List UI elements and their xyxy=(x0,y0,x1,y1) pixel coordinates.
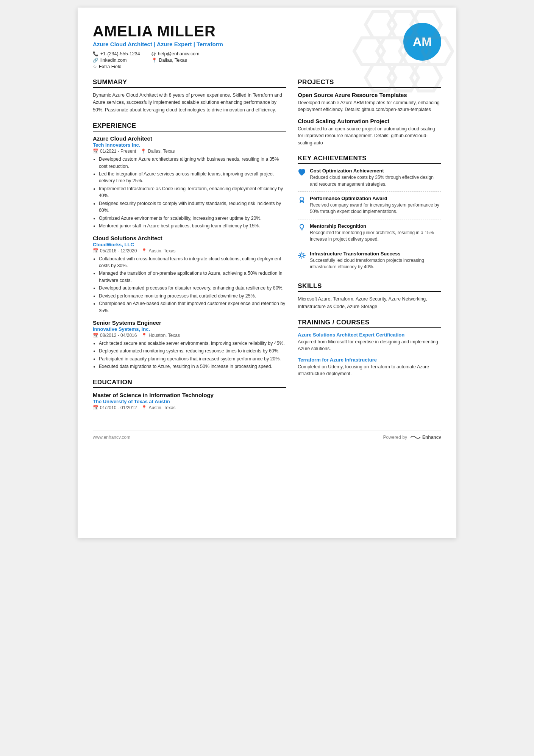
achievement-2-content: Performance Optimization Award Received … xyxy=(310,196,441,215)
linkedin-text: linkedin.com xyxy=(100,58,126,63)
powered-by-text: Powered by xyxy=(383,435,407,440)
project-2-desc: Contributed to an open-source project on… xyxy=(298,125,441,146)
calendar-icon-3: 📅 xyxy=(93,333,98,338)
svg-rect-11 xyxy=(301,229,303,230)
phone-text: +1-(234)-555-1234 xyxy=(100,51,140,56)
achievement-1-title: Cost Optimization Achievement xyxy=(310,168,441,174)
linkedin-icon: 🔗 xyxy=(93,58,98,63)
project-2: Cloud Scaling Automation Project Contrib… xyxy=(298,118,441,146)
footer-website: www.enhancv.com xyxy=(93,435,130,440)
training-1-desc: Acquired from Microsoft for expertise in… xyxy=(298,339,441,352)
experience-title: EXPERIENCE xyxy=(93,122,286,131)
calendar-icon-2: 📅 xyxy=(93,248,98,254)
achievement-4-icon xyxy=(298,251,306,260)
job-3-company: Innovative Systems, Inc. xyxy=(93,326,286,332)
linkedin-item: 🔗 linkedin.com xyxy=(93,58,140,63)
edu-meta: 📅 01/2010 - 01/2012 📍 Austin, Texas xyxy=(93,405,286,410)
project-1-desc: Developed reusable Azure ARM templates f… xyxy=(298,99,441,113)
brand-name: Enhancv xyxy=(422,435,441,440)
projects-title: PROJECTS xyxy=(298,78,441,88)
job-2-bullet-5: Championed an Azure-based solution that … xyxy=(99,300,286,314)
job-1-bullet-4: Designed security protocols to comply wi… xyxy=(99,200,286,214)
training-section: TRAINING / COURSES Azure Solutions Archi… xyxy=(298,319,441,377)
location-icon-1: 📍 xyxy=(141,149,146,154)
job-1: Azure Cloud Architect Tech Innovators In… xyxy=(93,135,286,229)
job-2-location: 📍 Austin, Texas xyxy=(141,248,175,254)
achievement-2: Performance Optimization Award Received … xyxy=(298,196,441,219)
education-title: EDUCATION xyxy=(93,379,286,388)
projects-section: PROJECTS Open Source Azure Resource Temp… xyxy=(298,78,441,146)
achievements-section: KEY ACHIEVEMENTS Cost Optimization Achie… xyxy=(298,155,441,274)
job-3-bullet-1: Architected secure and scalable server e… xyxy=(99,340,286,347)
training-1-title: Azure Solutions Architect Expert Certifi… xyxy=(298,332,441,338)
achievement-3-title: Mentorship Recognition xyxy=(310,223,441,229)
achievement-1-icon xyxy=(298,168,306,177)
training-2: Terraform for Azure Infrastructure Compl… xyxy=(298,357,441,377)
calendar-icon-edu: 📅 xyxy=(93,405,98,410)
summary-title: SUMMARY xyxy=(93,78,286,88)
job-1-bullets: Developed custom Azure architectures ali… xyxy=(93,156,286,229)
email-item: @ help@enhancv.com xyxy=(151,51,200,56)
enhancv-logo: Enhancv xyxy=(410,434,441,440)
header-info: AMELIA MILLER Azure Cloud Architect | Az… xyxy=(93,23,396,69)
achievement-2-desc: Received company award for increasing sy… xyxy=(310,202,441,215)
achievement-1: Cost Optimization Achievement Reduced cl… xyxy=(298,168,441,192)
job-3-dates: 📅 08/2012 - 04/2016 xyxy=(93,333,137,338)
edu-degree: Master of Science in Information Technol… xyxy=(93,392,286,398)
location-icon-edu: 📍 xyxy=(141,405,147,410)
project-1-title: Open Source Azure Resource Templates xyxy=(298,92,441,98)
achievement-1-content: Cost Optimization Achievement Reduced cl… xyxy=(310,168,441,188)
job-3-bullets: Architected secure and scalable server e… xyxy=(93,340,286,370)
job-2-title: Cloud Solutions Architect xyxy=(93,235,286,241)
calendar-icon-1: 📅 xyxy=(93,149,98,154)
job-2-bullet-4: Devised performance monitoring processes… xyxy=(99,293,286,299)
job-1-dates: 📅 01/2021 - Present xyxy=(93,149,136,154)
achievement-3: Mentorship Recognition Recognized for me… xyxy=(298,223,441,247)
skills-text: Microsoft Azure, Terraform, Azure Securi… xyxy=(298,296,441,310)
extra-item: ☆ Extra Field xyxy=(93,64,140,69)
achievement-3-content: Mentorship Recognition Recognized for me… xyxy=(310,223,441,243)
job-1-meta: 📅 01/2021 - Present 📍 Dallas, Texas xyxy=(93,149,286,154)
contact-col-right: @ help@enhancv.com 📍 Dallas, Texas xyxy=(151,51,200,69)
job-3-bullet-4: Executed data migrations to Azure, resul… xyxy=(99,363,286,370)
job-3-location: 📍 Houston, Texas xyxy=(141,333,180,338)
job-1-company: Tech Innovators Inc. xyxy=(93,142,286,148)
location-item: 📍 Dallas, Texas xyxy=(151,58,200,63)
candidate-name: AMELIA MILLER xyxy=(93,23,396,39)
job-1-bullet-2: Led the integration of Azure services ac… xyxy=(99,171,286,185)
resume-page: AMELIA MILLER Azure Cloud Architect | Az… xyxy=(78,8,456,538)
summary-text: Dynamic Azure Cloud Architect with 8 yea… xyxy=(93,92,286,114)
job-2-company: CloudWorks, LLC xyxy=(93,242,286,247)
candidate-avatar: AM xyxy=(403,23,441,61)
email-text: help@enhancv.com xyxy=(158,51,200,56)
education-section: EDUCATION Master of Science in Informati… xyxy=(93,379,286,410)
extra-text: Extra Field xyxy=(99,64,122,69)
edu-school: The University of Texas at Austin xyxy=(93,399,286,404)
project-2-title: Cloud Scaling Automation Project xyxy=(298,118,441,124)
page-footer: www.enhancv.com Powered by Enhancv xyxy=(93,430,441,440)
summary-section: SUMMARY Dynamic Azure Cloud Architect wi… xyxy=(93,78,286,114)
skills-title: SKILLS xyxy=(298,282,441,292)
phone-icon: 📞 xyxy=(93,51,98,56)
location-icon-3: 📍 xyxy=(141,333,147,338)
job-1-bullet-5: Optimized Azure environments for scalabi… xyxy=(99,215,286,222)
footer-brand: Powered by Enhancv xyxy=(383,434,441,440)
job-1-title: Azure Cloud Architect xyxy=(93,135,286,142)
job-2-bullet-3: Developed automated processes for disast… xyxy=(99,285,286,291)
edu-dates: 📅 01/2010 - 01/2012 xyxy=(93,405,137,410)
edu-location: 📍 Austin, Texas xyxy=(141,405,175,410)
achievement-4-title: Infrastructure Transformation Success xyxy=(310,251,441,257)
job-3: Senior Systems Engineer Innovative Syste… xyxy=(93,319,286,370)
achievement-4: Infrastructure Transformation Success Su… xyxy=(298,251,441,274)
job-3-title: Senior Systems Engineer xyxy=(93,319,286,326)
skills-section: SKILLS Microsoft Azure, Terraform, Azure… xyxy=(298,282,441,310)
contact-col-left: 📞 +1-(234)-555-1234 🔗 linkedin.com ☆ Ext… xyxy=(93,51,140,69)
candidate-title: Azure Cloud Architect | Azure Expert | T… xyxy=(93,41,396,47)
achievement-2-title: Performance Optimization Award xyxy=(310,196,441,201)
star-icon: ☆ xyxy=(93,64,97,69)
project-1: Open Source Azure Resource Templates Dev… xyxy=(298,92,441,113)
job-2-bullet-2: Managed the transition of on-premise app… xyxy=(99,270,286,284)
training-2-title: Terraform for Azure Infrastructure xyxy=(298,357,441,363)
svg-rect-12 xyxy=(301,230,303,230)
content-columns: SUMMARY Dynamic Azure Cloud Architect wi… xyxy=(93,78,441,419)
